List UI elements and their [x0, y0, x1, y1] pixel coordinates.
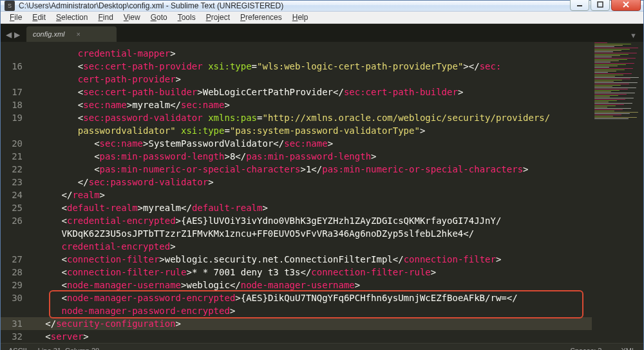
- app-window: S C:\Users\Administrator\Desktop\config.…: [0, 0, 644, 350]
- app-icon: S: [5, 1, 15, 11]
- minimize-button[interactable]: [570, 0, 589, 11]
- tab-nav-arrows: ◀ ▶: [3, 30, 23, 42]
- window-controls: [569, 0, 641, 11]
- menu-edit[interactable]: Edit: [27, 12, 51, 23]
- menu-goto[interactable]: Goto: [146, 12, 173, 23]
- menu-bar: FileEditSelectionFindViewGotoToolsProjec…: [1, 12, 643, 24]
- menu-tools[interactable]: Tools: [173, 12, 201, 23]
- line-number-gutter: 1617181920212223242526272829303132: [1, 42, 29, 343]
- window-title: C:\Users\Administrator\Desktop\config.xm…: [19, 1, 569, 10]
- svg-rect-1: [598, 2, 603, 7]
- app-body: ◀ ▶ config.xml × ▼ 161718192021222324252…: [1, 24, 643, 350]
- status-spaces[interactable]: Spaces: 2: [570, 347, 601, 351]
- menu-help[interactable]: Help: [287, 12, 314, 23]
- tab-config[interactable]: config.xml ×: [26, 26, 117, 42]
- status-encoding[interactable]: ASCII,: [8, 347, 29, 351]
- minimap[interactable]: [592, 42, 643, 343]
- tab-overflow-icon[interactable]: ▼: [630, 32, 643, 42]
- menu-file[interactable]: File: [5, 12, 27, 23]
- menu-project[interactable]: Project: [201, 12, 235, 23]
- menu-preferences[interactable]: Preferences: [235, 12, 287, 23]
- menu-view[interactable]: View: [118, 12, 146, 23]
- nav-back-icon[interactable]: ◀: [6, 30, 12, 39]
- title-bar: S C:\Users\Administrator\Desktop\config.…: [1, 1, 643, 12]
- menu-find[interactable]: Find: [93, 12, 118, 23]
- tab-label: config.xml: [33, 30, 65, 38]
- status-bar: ASCII, Line 31, Column 28 Spaces: 2 XML: [1, 343, 643, 350]
- status-syntax[interactable]: XML: [621, 347, 636, 351]
- editor[interactable]: 1617181920212223242526272829303132 crede…: [1, 42, 643, 343]
- code-area[interactable]: credential-mapper> <sec:cert-path-provid…: [29, 42, 592, 343]
- nav-forward-icon[interactable]: ▶: [14, 30, 20, 39]
- tab-close-icon[interactable]: ×: [77, 30, 80, 38]
- tab-row: ◀ ▶ config.xml × ▼: [1, 24, 643, 42]
- menu-selection[interactable]: Selection: [51, 12, 93, 23]
- close-button[interactable]: [611, 0, 641, 11]
- maximize-button[interactable]: [591, 0, 610, 11]
- status-position[interactable]: Line 31, Column 28: [38, 347, 99, 351]
